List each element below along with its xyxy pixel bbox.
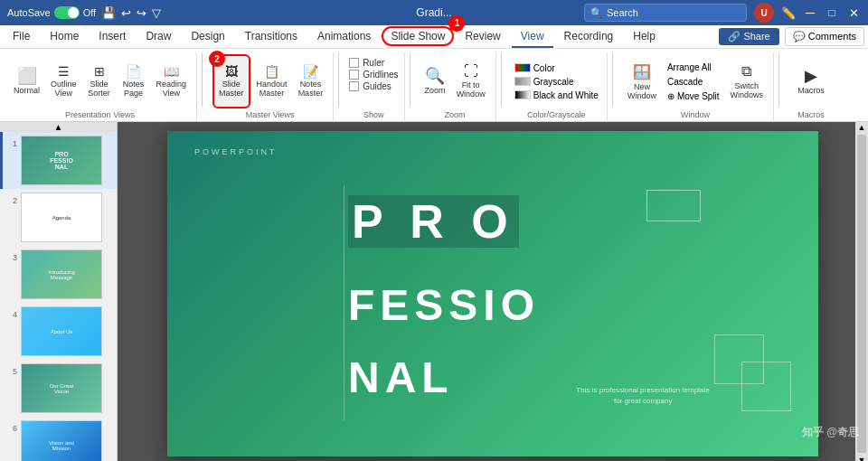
macros-buttons: ▶ Macros [793, 54, 829, 108]
notes-master-label: NotesMaster [298, 80, 324, 98]
divider-3 [410, 52, 410, 107]
tab-review[interactable]: Review [456, 26, 509, 48]
search-box[interactable]: 🔍 Search [584, 4, 747, 22]
slide-thumb-3[interactable]: 3 IntroducingMessage [0, 246, 117, 303]
slide-num-3: 3 [6, 253, 17, 262]
divider-1 [202, 52, 203, 107]
scroll-up[interactable]: ▲ [856, 122, 867, 133]
outline-icon: ☰ [58, 65, 70, 78]
cascade-label: Cascade [667, 77, 703, 87]
slide-main: ▲ ▼ POWERPOINT P R O FESSIO NAL This is … [118, 122, 868, 461]
zoom-btn[interactable]: 🔍 Zoom [420, 54, 450, 108]
slide-thumb-2[interactable]: 2 Agenda [0, 189, 117, 246]
tab-help[interactable]: Help [624, 26, 665, 48]
show-label: Show [363, 108, 384, 119]
normal-label: Normal [14, 86, 40, 95]
macros-group-label: Macros [797, 108, 825, 119]
move-split-label: Move Split [677, 91, 720, 101]
tab-insert[interactable]: Insert [90, 26, 135, 48]
close-btn[interactable]: ✕ [846, 5, 861, 20]
handout-master-btn[interactable]: 📋 HandoutMaster [252, 54, 292, 108]
slide-sorter-label: SlideSorter [88, 80, 110, 98]
notes-page-label: NotesPage [123, 80, 145, 98]
ruler-checkbox[interactable]: Ruler [349, 58, 398, 68]
grayscale-item[interactable]: Grayscale [512, 76, 601, 88]
pro-bg: P R O [348, 195, 519, 248]
move-split-btn[interactable]: ⊕ Move Split [665, 90, 722, 102]
slide-sorter-btn[interactable]: ⊞ SlideSorter [83, 54, 116, 108]
vertical-scrollbar[interactable]: ▲ ▼ [855, 122, 868, 461]
tab-design[interactable]: Design [182, 26, 233, 48]
macros-btn[interactable]: ▶ Macros [793, 54, 829, 108]
arrange-all-btn[interactable]: Arrange All [665, 61, 722, 73]
guides-label: Guides [363, 81, 392, 91]
fit-window-label: Fit toWindow [457, 80, 486, 99]
slide-thumb-4[interactable]: 4 About Us [0, 303, 117, 360]
tab-view[interactable]: View [512, 26, 553, 48]
zoom-icon: 🔍 [425, 68, 445, 84]
color-item[interactable]: Color [512, 62, 601, 74]
ruler-cb[interactable] [349, 58, 359, 68]
new-window-btn[interactable]: 🪟 NewWindow [623, 54, 661, 108]
share-btn[interactable]: 🔗 Share [719, 28, 778, 45]
gridlines-checkbox[interactable]: Gridlines [349, 70, 398, 80]
slide-panel: ▲ 1 PROFESSIONAL 2 Agenda 3 IntroducingM… [0, 122, 118, 461]
reading-view-btn[interactable]: 📖 ReadingView [152, 54, 192, 108]
callout-2: 2 [209, 51, 225, 67]
slide-num-2: 2 [6, 196, 17, 205]
redo-icon[interactable]: ↪ [137, 6, 146, 20]
color-options: Color Grayscale Black and White [512, 54, 601, 108]
autosave-toggle[interactable] [54, 6, 80, 19]
toggle-knob [68, 7, 79, 18]
minimize-btn[interactable]: ─ [803, 5, 817, 20]
switch-windows-btn[interactable]: ⧉ SwitchWindows [726, 54, 769, 108]
tab-file[interactable]: File [4, 26, 39, 48]
title-bar-left: AutoSave Off 💾 ↩ ↪ ▽ [7, 6, 161, 20]
slide-subtitle-line1: This is professional presentation templa… [576, 386, 710, 394]
zoom-buttons: 🔍 Zoom ⛶ Fit toWindow [420, 54, 490, 108]
slide-num-1: 1 [6, 139, 17, 148]
outline-label: OutlineView [51, 80, 77, 98]
tab-draw[interactable]: Draw [137, 26, 180, 48]
save-icon[interactable]: 💾 [101, 6, 116, 20]
tab-slideshow[interactable]: Slide Show 1 [382, 26, 454, 46]
maximize-btn[interactable]: □ [825, 5, 839, 20]
scroll-thumb-v[interactable] [857, 135, 866, 453]
move-split-icon: ⊕ [667, 91, 675, 101]
avatar[interactable]: U [754, 3, 774, 23]
notes-page-btn[interactable]: 📄 NotesPage [118, 54, 150, 108]
scroll-down[interactable]: ▼ [856, 455, 867, 461]
fit-window-btn[interactable]: ⛶ Fit toWindow [452, 54, 490, 108]
fit-window-icon: ⛶ [464, 64, 478, 79]
comments-btn[interactable]: 💬 Comments [785, 27, 864, 46]
tab-recording[interactable]: Recording [555, 26, 623, 48]
guides-cb[interactable] [349, 81, 359, 91]
tab-animations[interactable]: Animations [308, 26, 380, 48]
autosave-label: AutoSave [7, 7, 51, 18]
tab-transitions[interactable]: Transitions [236, 26, 307, 48]
normal-btn[interactable]: ⬜ Normal [9, 54, 44, 108]
gridlines-cb[interactable] [349, 70, 359, 80]
pen-icon[interactable]: ✏️ [781, 6, 796, 20]
slide-sorter-icon: ⊞ [94, 65, 105, 78]
notes-master-btn[interactable]: 📝 NotesMaster [294, 54, 328, 108]
present-icon[interactable]: ▽ [152, 6, 161, 20]
gridlines-label: Gridlines [363, 70, 398, 80]
bw-label: Black and White [533, 90, 599, 100]
master-view-buttons: 🖼 SlideMaster 📋 HandoutMaster 📝 NotesMas… [212, 54, 327, 108]
slide-thumb-6[interactable]: 6 Vision andMission [0, 417, 117, 461]
slide-thumb-1[interactable]: 1 PROFESSIONAL [0, 132, 117, 189]
new-window-label: NewWindow [627, 82, 656, 100]
ribbon-group-presentation-views: ⬜ Normal ☰ OutlineView ⊞ SlideSorter 📄 N… [4, 52, 197, 121]
presentation-views-label: Presentation Views [65, 108, 135, 119]
tab-home[interactable]: Home [41, 26, 88, 48]
reading-view-label: ReadingView [156, 80, 187, 98]
bw-item[interactable]: Black and White [512, 89, 601, 101]
divider-6 [778, 52, 779, 107]
outline-view-btn[interactable]: ☰ OutlineView [46, 54, 81, 108]
scroll-up-btn[interactable]: ▲ [0, 122, 117, 132]
undo-icon[interactable]: ↩ [121, 6, 131, 20]
slide-thumb-5[interactable]: 5 Our GreatVision [0, 360, 117, 417]
guides-checkbox[interactable]: Guides [349, 81, 398, 91]
cascade-btn[interactable]: Cascade [665, 76, 722, 88]
